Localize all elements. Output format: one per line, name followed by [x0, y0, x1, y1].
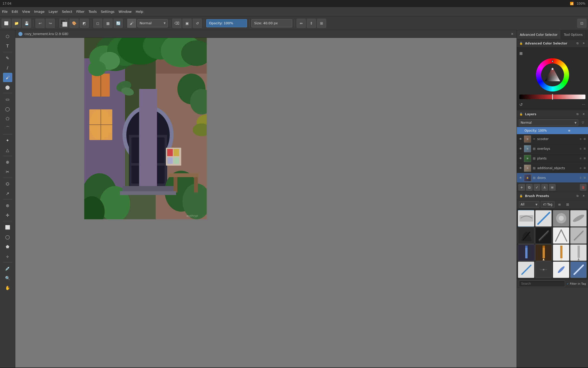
zoom-tool[interactable]: 🔍 — [3, 273, 12, 283]
brush-tool[interactable]: 🖌 — [3, 73, 12, 82]
layers-filter-button[interactable]: ▽ — [580, 120, 586, 126]
canvas-content[interactable]: wothryp — [15, 38, 517, 367]
transform-tool[interactable]: ⊕ — [3, 157, 12, 167]
ellipse-tool[interactable]: ◯ — [3, 104, 12, 113]
layer-item-overlays[interactable]: 👁 ▦ ▤ overlays α ⊠ — [517, 144, 588, 154]
color-selector-close-button[interactable]: ✕ — [581, 41, 586, 46]
crop-tool[interactable]: ✂ — [3, 167, 12, 176]
polygon-tool[interactable]: ⬠ — [3, 114, 12, 123]
brush-preset-5[interactable] — [518, 227, 534, 244]
vector-tool[interactable]: △ — [3, 145, 12, 155]
save-button[interactable]: 💾 — [22, 19, 31, 28]
menu-settings[interactable]: Settings — [101, 10, 114, 14]
color-refresh-icon[interactable]: ↺ — [519, 102, 524, 107]
opacity-display[interactable]: Opacity: 100% — [206, 19, 247, 27]
brush-preset-2[interactable] — [535, 210, 552, 227]
color-picker[interactable]: 💉 — [3, 264, 12, 273]
open-file-button[interactable]: 📁 — [12, 19, 21, 28]
color-grid-icon[interactable]: ▦ — [519, 51, 523, 55]
color-swatch-fg[interactable] — [59, 19, 68, 28]
eraser-icon[interactable]: ⌫ — [172, 19, 181, 28]
menu-window[interactable]: Window — [118, 10, 131, 14]
brush-filter-in-tag-checkbox[interactable]: ✓ Filter in Tag — [567, 282, 586, 285]
layers-opacity-row[interactable]: Opacity: 100% ≡ — [517, 127, 588, 134]
brush-preset-8[interactable] — [570, 227, 587, 244]
mirror-v-button[interactable]: ⇕ — [307, 19, 316, 28]
move-layer-up-button[interactable]: ∧ — [541, 184, 548, 191]
color-wheel-handle[interactable] — [552, 60, 554, 62]
mesh-tool[interactable]: ⌬ — [3, 179, 12, 188]
brush-preset-15[interactable] — [553, 261, 569, 278]
warp-tool[interactable]: ↗ — [3, 189, 12, 198]
brush-presets-close-button[interactable]: ✕ — [581, 194, 586, 198]
redo-button[interactable]: ↪ — [46, 19, 55, 28]
brush-icon[interactable]: 🖌 — [127, 19, 136, 28]
move-layer-down-button[interactable]: ✓ — [534, 184, 540, 191]
freehand-select[interactable]: ⬟ — [3, 242, 12, 251]
brush-preset-11[interactable] — [553, 244, 569, 261]
layer-item-scooter[interactable]: 👁 ▦ > scooter α ⊠ — [517, 134, 588, 144]
brush-preset-1[interactable] — [518, 210, 534, 227]
text-tool[interactable]: T — [3, 41, 12, 51]
path-tool[interactable]: ✦ — [3, 136, 12, 145]
brush-tag-button[interactable]: 🏷 Tag — [541, 201, 555, 208]
contiguous-select[interactable]: ⟡ — [3, 252, 12, 261]
menu-select[interactable]: Select — [62, 10, 72, 14]
menu-help[interactable]: Help — [136, 10, 143, 14]
color-triangle-area[interactable] — [541, 63, 564, 86]
duplicate-layer-button[interactable]: ⧉ — [526, 184, 533, 191]
clone-tool[interactable]: ⊛ — [3, 201, 12, 210]
fill-pattern-button[interactable]: ▦ — [103, 19, 113, 28]
layer-eye-overlays[interactable]: 👁 — [518, 146, 523, 151]
layer-eye-scooter[interactable]: 👁 — [518, 137, 523, 141]
mirror-h-button[interactable]: ⇔ — [297, 19, 306, 28]
menu-file[interactable]: File — [2, 10, 8, 14]
menu-filter[interactable]: Filter — [76, 10, 84, 14]
layer-item-doors[interactable]: 👁 🔒 ▤ doors α ⊠ — [517, 173, 588, 183]
brush-preset-13[interactable] — [518, 261, 534, 278]
fill-tool[interactable]: ⬤ — [3, 83, 12, 92]
brush-preset-9[interactable] — [518, 244, 534, 261]
line-tool[interactable]: / — [3, 63, 12, 72]
color-value-handle[interactable] — [552, 94, 553, 100]
menu-view[interactable]: View — [22, 10, 30, 14]
reset-button[interactable]: 🔄 — [114, 19, 123, 28]
color-wheel-container[interactable] — [536, 58, 569, 91]
layer-eye-doors[interactable]: 👁 — [518, 176, 523, 180]
brush-preset-3[interactable] — [553, 210, 569, 227]
menu-tools[interactable]: Tools — [89, 10, 97, 14]
color-value-slider[interactable] — [519, 95, 585, 99]
menu-edit[interactable]: Edit — [12, 10, 18, 14]
add-layer-button[interactable]: + — [518, 184, 525, 191]
delete-layer-button[interactable]: 🗑 — [580, 184, 586, 191]
canvas-close-button[interactable]: ✕ — [511, 32, 513, 36]
brush-preset-10[interactable] — [535, 244, 552, 261]
brush-grid-view-button[interactable]: ⊞ — [564, 201, 571, 208]
menu-layer[interactable]: Layer — [49, 10, 58, 14]
brush-category-select[interactable]: All ▼ — [519, 201, 539, 208]
brush-list-view-button[interactable]: ≡ — [556, 201, 563, 208]
eraser-button[interactable]: ◻ — [93, 19, 102, 28]
color-button-2[interactable]: 🎨 — [69, 19, 79, 28]
brush-preset-16[interactable] — [570, 261, 587, 278]
ellipse-select[interactable]: ◯ — [3, 232, 12, 241]
brush-preset-14[interactable] — [535, 261, 552, 278]
polyline-tool[interactable]: ⌒ — [3, 124, 12, 133]
brush-search-input[interactable] — [519, 280, 565, 287]
healing-tool[interactable]: ✛ — [3, 211, 12, 220]
transform-button[interactable]: ⊞ — [317, 19, 326, 28]
brush-settings-button[interactable]: ◩ — [80, 19, 89, 28]
layers-blend-mode-select[interactable]: Normal ▼ — [519, 119, 578, 126]
brush-preset-7[interactable] — [553, 227, 569, 244]
dock-button[interactable]: ⊡ — [577, 19, 586, 28]
rect-select[interactable]: ⬜ — [3, 223, 12, 232]
color-selector-float-button[interactable]: ⧉ — [575, 41, 580, 46]
brush-preset-4[interactable] — [570, 210, 587, 227]
color-settings-icon[interactable]: ⋯ — [582, 102, 585, 107]
layer-eye-plants[interactable]: 👁 — [518, 156, 523, 161]
tab-tool-options[interactable]: Tool Options — [561, 30, 586, 39]
pan-tool[interactable]: ✋ — [3, 283, 12, 292]
layer-item-additional-objects[interactable]: 👁 ▦ ▤ additional_objects α ⊠ — [517, 163, 588, 173]
layers-close-button[interactable]: ✕ — [581, 112, 586, 117]
refresh-button[interactable]: ↺ — [193, 19, 202, 28]
